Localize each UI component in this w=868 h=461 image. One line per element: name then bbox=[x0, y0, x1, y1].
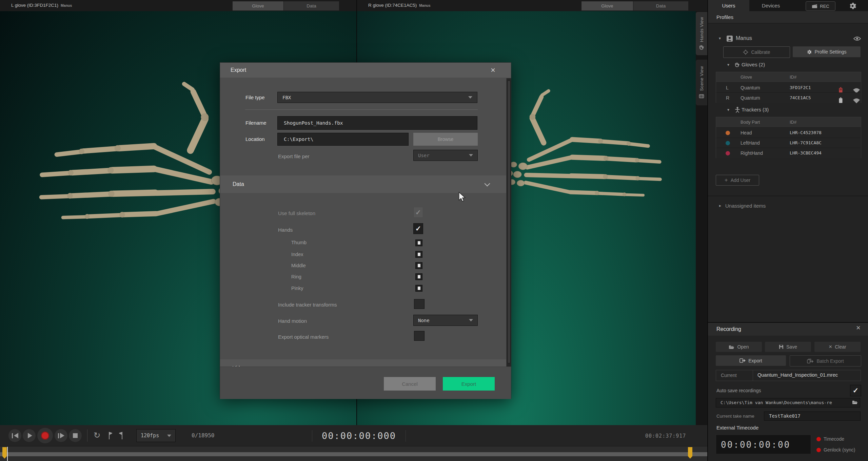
step-forward-button[interactable] bbox=[55, 429, 67, 442]
genlock-status-label: Genlock (sync) bbox=[824, 447, 855, 453]
current-row-divider bbox=[753, 370, 753, 381]
check-icon: ✓ bbox=[853, 386, 859, 395]
marker-out-flag-icon[interactable] bbox=[119, 431, 123, 440]
add-user-button[interactable]: + Add User bbox=[716, 175, 759, 186]
playhead-flag-icon[interactable] bbox=[2, 447, 7, 459]
profile-settings-button[interactable]: Profile Settings bbox=[793, 46, 861, 57]
hands-checkbox[interactable]: ✓ bbox=[413, 223, 423, 234]
profile-row-manus[interactable]: ▾ Manus bbox=[708, 33, 868, 44]
thumb-checkbox[interactable] bbox=[415, 239, 422, 246]
data-section-header[interactable]: Data bbox=[220, 175, 511, 193]
recording-close-icon[interactable]: × bbox=[856, 324, 861, 332]
export-dialog-title: Export bbox=[231, 67, 246, 73]
batch-export-button[interactable]: Batch Export bbox=[790, 355, 861, 366]
tab-users[interactable]: Users bbox=[708, 0, 749, 11]
current-recording-row: Current Quantum_Hand_Inspection_01.mrec bbox=[716, 370, 861, 381]
recording-clear-button[interactable]: × Clear bbox=[814, 342, 861, 352]
left-skeletal-hand-illustration bbox=[32, 81, 249, 264]
glove-side: L bbox=[726, 83, 729, 93]
settings-gear-icon[interactable] bbox=[849, 2, 856, 10]
hand-motion-label: Hand motion bbox=[278, 318, 307, 324]
trackers-collapse-caret[interactable]: ▾ bbox=[727, 107, 729, 112]
export-file-per-label: Export file per bbox=[278, 153, 310, 159]
cancel-button[interactable]: Cancel bbox=[384, 377, 436, 391]
left-tab-glove[interactable]: Glove bbox=[233, 1, 283, 11]
rec-button[interactable]: REC bbox=[806, 1, 835, 11]
trackers-group-header[interactable]: ▾ Trackers (3) bbox=[708, 106, 868, 114]
recording-save-button[interactable]: Save bbox=[765, 342, 811, 352]
scene-grid-icon bbox=[699, 93, 704, 99]
export-dialog-close-icon[interactable]: × bbox=[491, 63, 495, 78]
export-dialog-footer: Cancel Export bbox=[220, 366, 511, 399]
dialog-scrollbar-track[interactable] bbox=[506, 78, 511, 366]
glove-row-left[interactable]: L Quantum 3FD1F2C1 bbox=[716, 82, 861, 93]
fps-dropdown[interactable]: 120fps bbox=[136, 429, 176, 442]
eye-visibility-icon[interactable] bbox=[853, 36, 861, 41]
end-marker-flag-icon[interactable] bbox=[688, 447, 692, 459]
tracker-row-righthand[interactable]: RightHand LHR-3CBEC494 bbox=[716, 148, 861, 158]
end-timecode: 00:02:37:917 bbox=[645, 433, 686, 439]
playhead-line[interactable] bbox=[7, 447, 8, 461]
loop-icon[interactable]: ↻ bbox=[94, 431, 100, 440]
gloves-group-header[interactable]: ▾ Gloves (2) bbox=[708, 61, 868, 69]
export-file-per-dropdown[interactable]: User bbox=[413, 150, 478, 161]
file-type-dropdown[interactable]: FBX bbox=[277, 92, 477, 103]
tab-hands-view[interactable]: Hands View bbox=[696, 12, 707, 55]
tab-scene-view[interactable]: Scene View bbox=[696, 60, 707, 105]
gloves-group-label: Gloves (2) bbox=[742, 62, 765, 67]
autosave-checkbox[interactable]: ✓ bbox=[850, 385, 861, 396]
unassigned-items-row[interactable]: ▸ Unassigned items bbox=[708, 202, 868, 211]
tracker-row-head[interactable]: Head LHR-C4523078 bbox=[716, 127, 861, 138]
glove-id: 74CE1AC5 bbox=[790, 93, 811, 103]
profile-collapse-caret[interactable]: ▾ bbox=[719, 36, 721, 41]
unassigned-caret[interactable]: ▸ bbox=[719, 203, 721, 208]
batch-export-label: Batch Export bbox=[816, 358, 844, 364]
glove-row-right[interactable]: R Quantum 74CE1AC5 bbox=[716, 92, 861, 103]
recording-open-button[interactable]: Open bbox=[716, 342, 762, 352]
export-dialog-titlebar[interactable]: Export bbox=[220, 63, 511, 78]
location-label: Location bbox=[245, 136, 265, 142]
hand-motion-dropdown[interactable]: None bbox=[413, 315, 478, 326]
file-type-caret-icon bbox=[468, 96, 472, 99]
gloves-table-header: Glove ID# bbox=[716, 72, 861, 82]
gloves-collapse-caret[interactable]: ▾ bbox=[727, 62, 729, 67]
stop-button[interactable] bbox=[69, 429, 82, 442]
user-profile-icon bbox=[726, 35, 733, 42]
location-input[interactable]: C:\Export\ bbox=[277, 133, 409, 146]
filename-label: Filename bbox=[245, 120, 267, 126]
marker-in-flag-icon[interactable] bbox=[108, 431, 113, 440]
record-button[interactable] bbox=[37, 428, 53, 443]
tracker-row-lefthand[interactable]: LeftHand LHR-7C91CA8C bbox=[716, 138, 861, 148]
browse-button[interactable]: Browse bbox=[413, 133, 478, 146]
export-confirm-button[interactable]: Export bbox=[443, 377, 495, 391]
recording-export-button[interactable]: Export bbox=[716, 355, 786, 366]
index-checkbox[interactable] bbox=[415, 251, 422, 258]
dialog-scrollbar-thumb[interactable] bbox=[507, 80, 511, 363]
filename-input[interactable]: ShogunPost_Hands.fbx bbox=[277, 116, 477, 130]
left-tab-data[interactable]: Data bbox=[284, 1, 339, 11]
right-tab-data[interactable]: Data bbox=[633, 1, 688, 11]
open-label: Open bbox=[737, 344, 749, 350]
tab-devices[interactable]: Devices bbox=[749, 0, 792, 11]
pinky-checkbox[interactable] bbox=[415, 285, 422, 292]
mouse-cursor bbox=[458, 192, 466, 202]
left-viewport-header: L glove (ID:3FD1F2C1)Manus Glove Data bbox=[0, 0, 356, 11]
left-viewport-title: L glove (ID:3FD1F2C1)Manus bbox=[11, 3, 72, 8]
step-back-button[interactable] bbox=[8, 429, 21, 442]
plus-icon: + bbox=[725, 177, 728, 184]
ring-checkbox[interactable] bbox=[415, 273, 422, 280]
path-browse-folder-icon[interactable] bbox=[852, 400, 858, 404]
calibrate-button[interactable]: Calibrate bbox=[723, 46, 790, 58]
transport-separator bbox=[87, 429, 87, 442]
timeline-track[interactable] bbox=[0, 446, 707, 461]
middle-checkbox[interactable] bbox=[415, 262, 422, 269]
play-button[interactable] bbox=[23, 429, 36, 442]
dialog-divider bbox=[245, 109, 478, 110]
autosave-path-field[interactable]: C:\Users\Tim van Wankum\Documents\manus-… bbox=[716, 398, 860, 407]
hands-label: Hands bbox=[278, 227, 293, 233]
include-tracker-transforms-checkbox[interactable] bbox=[414, 299, 425, 309]
right-tab-glove[interactable]: Glove bbox=[581, 1, 633, 11]
export-optical-markers-checkbox[interactable] bbox=[414, 331, 425, 341]
video-section-header-partial[interactable]: Video bbox=[220, 359, 511, 366]
take-name-field[interactable]: TestTake017 bbox=[764, 412, 861, 421]
